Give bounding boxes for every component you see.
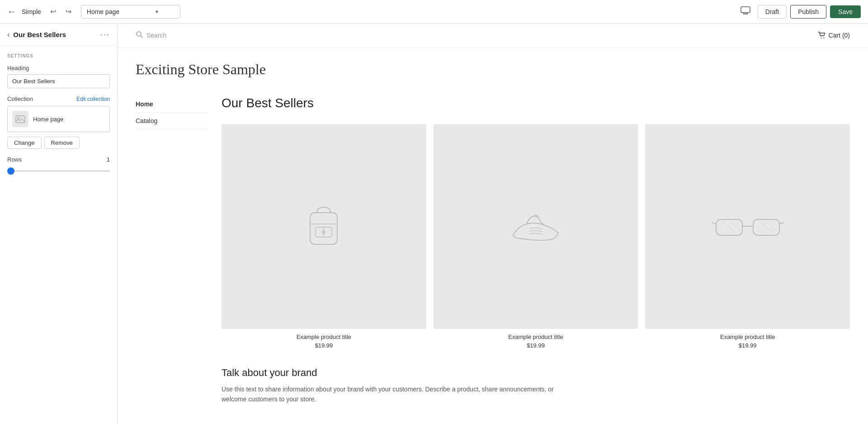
- collection-box: Home page: [7, 106, 110, 132]
- remove-collection-button[interactable]: Remove: [44, 137, 80, 149]
- brand-description: Use this text to share information about…: [222, 384, 574, 405]
- sidebar-header-left: ‹ Our Best Sellers: [7, 31, 66, 39]
- draft-button[interactable]: Draft: [758, 5, 787, 19]
- search-bar: Search: [136, 31, 166, 40]
- top-bar-right: Draft Publish Save: [741, 5, 861, 19]
- collection-name: Home page: [33, 116, 63, 123]
- store-header: Search Cart (0): [118, 24, 868, 48]
- undo-button[interactable]: ↩: [47, 5, 60, 19]
- best-sellers-title: Our Best Sellers: [222, 96, 850, 110]
- sidebar-more-icon[interactable]: ···: [100, 30, 110, 39]
- sidebar-back-icon[interactable]: ‹: [7, 31, 9, 39]
- product-price-2: $19.99: [434, 342, 638, 349]
- rows-section: Rows 1: [7, 156, 110, 174]
- product-card-1: Example product title $19.99: [222, 124, 426, 349]
- slider-container: [7, 166, 110, 174]
- product-image-2: [434, 124, 638, 329]
- svg-line-20: [722, 221, 736, 233]
- save-button[interactable]: Save: [830, 5, 861, 18]
- left-sidebar: ‹ Our Best Sellers ··· SETTINGS Heading …: [0, 24, 118, 424]
- top-bar-left: ← Simple ↩ ↪ Home page ▾: [7, 5, 735, 19]
- edit-collection-link[interactable]: Edit collection: [76, 96, 110, 102]
- svg-point-9: [823, 38, 824, 38]
- heading-input[interactable]: [7, 74, 110, 88]
- nav-item-home[interactable]: Home: [136, 96, 208, 113]
- product-title-3: Example product title: [645, 333, 850, 340]
- cart-area: Cart (0): [818, 32, 850, 39]
- svg-line-18: [712, 223, 716, 224]
- svg-line-22: [759, 221, 774, 233]
- cart-label: Cart (0): [829, 32, 850, 39]
- settings-label: SETTINGS: [7, 53, 110, 58]
- svg-rect-0: [741, 7, 750, 13]
- sidebar-content: SETTINGS Heading Collection Edit collect…: [0, 46, 117, 424]
- rows-label: Rows: [7, 156, 22, 163]
- product-title-2: Example product title: [434, 333, 638, 340]
- products-grid: Example product title $19.99: [222, 124, 850, 349]
- sidebar-title: Our Best Sellers: [13, 31, 66, 38]
- product-image-3: [645, 124, 850, 329]
- brand-title: Talk about your brand: [222, 367, 850, 379]
- svg-rect-4: [16, 116, 25, 123]
- svg-point-8: [821, 38, 821, 38]
- product-card-2: Example product title $19.99: [434, 124, 638, 349]
- chevron-down-icon: ▾: [156, 9, 158, 15]
- svg-line-21: [727, 219, 741, 232]
- svg-point-5: [18, 117, 19, 119]
- monitor-icon[interactable]: [741, 6, 750, 17]
- store-navigation: Home Catalog: [136, 96, 208, 404]
- store-page-title: Exciting Store Sample: [136, 61, 850, 78]
- svg-line-7: [141, 36, 142, 38]
- app-name: Simple: [22, 8, 41, 15]
- collection-row: Collection Edit collection: [7, 95, 110, 102]
- product-image-1: [222, 124, 426, 329]
- store-main: Our Best Sellers: [222, 96, 850, 404]
- search-placeholder: Search: [146, 32, 166, 39]
- undo-redo-group: ↩ ↪: [47, 5, 75, 19]
- preview-area: Search Cart (0) Exciting Store Sample Ho…: [118, 24, 868, 424]
- product-price-3: $19.99: [645, 342, 850, 349]
- top-bar: ← Simple ↩ ↪ Home page ▾ Draft Publish S…: [0, 0, 868, 24]
- change-collection-button[interactable]: Change: [7, 137, 42, 149]
- heading-label: Heading: [7, 65, 110, 71]
- product-title-1: Example product title: [222, 333, 426, 340]
- search-icon: [136, 31, 143, 40]
- redo-button[interactable]: ↪: [62, 5, 75, 19]
- svg-line-23: [764, 219, 778, 232]
- main-layout: ‹ Our Best Sellers ··· SETTINGS Heading …: [0, 24, 868, 424]
- svg-line-19: [779, 223, 783, 224]
- store-content: Home Catalog Our Best Sellers: [118, 82, 868, 418]
- collection-label: Collection: [7, 95, 33, 102]
- page-selector[interactable]: Home page ▾: [81, 5, 180, 19]
- nav-item-catalog[interactable]: Catalog: [136, 113, 208, 129]
- page-selector-label: Home page: [87, 8, 119, 15]
- rows-header: Rows 1: [7, 156, 110, 163]
- rows-slider[interactable]: [7, 170, 110, 172]
- rows-value: 1: [107, 156, 110, 163]
- brand-section: Talk about your brand Use this text to s…: [222, 367, 850, 405]
- collection-actions: Change Remove: [7, 137, 110, 149]
- page-header-store: Exciting Store Sample: [118, 48, 868, 82]
- sidebar-header: ‹ Our Best Sellers ···: [0, 24, 117, 46]
- product-price-1: $19.99: [222, 342, 426, 349]
- product-card-3: Example product title $19.99: [645, 124, 850, 349]
- collection-thumbnail: [12, 111, 28, 127]
- back-button[interactable]: ←: [7, 6, 16, 17]
- publish-button[interactable]: Publish: [790, 5, 826, 19]
